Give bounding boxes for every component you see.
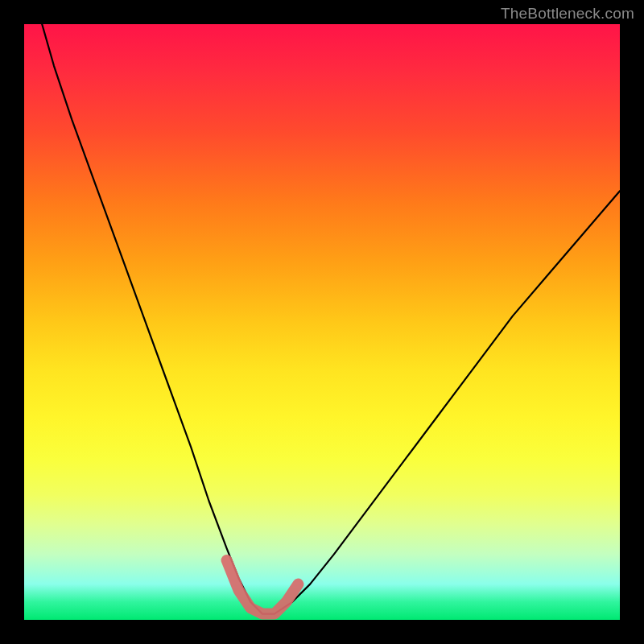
bottleneck-curve: [42, 24, 620, 614]
plot-area: [24, 24, 620, 620]
watermark-text: TheBottleneck.com: [501, 5, 634, 23]
curve-svg: [24, 24, 620, 620]
highlight-segment: [227, 560, 299, 614]
chart-frame: TheBottleneck.com: [0, 0, 644, 644]
